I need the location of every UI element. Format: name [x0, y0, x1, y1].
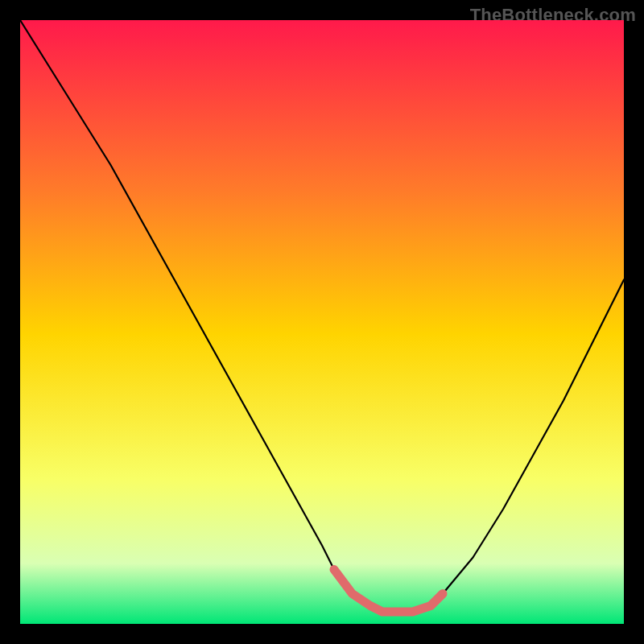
plot-area [20, 20, 624, 624]
chart-frame: TheBottleneck.com [0, 0, 644, 644]
gradient-background [20, 20, 624, 624]
chart-svg [20, 20, 624, 624]
